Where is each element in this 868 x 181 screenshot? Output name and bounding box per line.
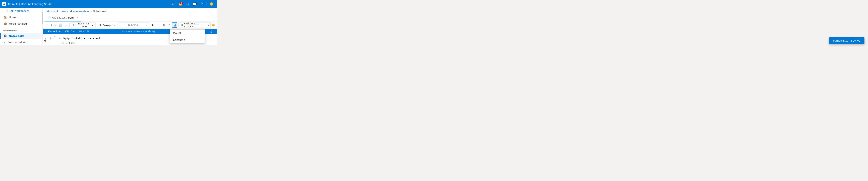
tabs-bar: 📄 *adlsg2test.ipynb ✕ [43,14,217,22]
user-button[interactable]: 😊 [208,1,215,7]
sidebar-item-label-notebooks: Notebooks [9,34,24,37]
notebook-tab[interactable]: 📄 *adlsg2test.ipynb ✕ [45,14,81,22]
stop-kernel-button[interactable]: ⏹ [150,23,155,28]
app-logo: Azure AI | Machine Learning Studio [2,2,52,6]
kernel-selector[interactable]: Python 3.10 - SDK v2 ▾ [180,22,211,28]
compute-section: Compute: - Running ▾ [100,22,149,28]
kernel-dropdown-menu: Mount › Consume › [169,29,205,43]
cell-run-down: ▾ [55,36,56,38]
notebooks-icon: 📓 [4,34,7,37]
mount-arrow-icon: › [201,32,202,34]
hamburger-button[interactable]: ☰ [45,22,50,28]
share-button[interactable]: ⤴ [166,23,172,28]
tab-label: *adlsg2test.ipynb [52,16,74,19]
cell-duration: 3 sec [68,42,75,44]
back-arrow-icon: ← [7,9,9,12]
more-options-button[interactable]: ··· [64,22,68,28]
files-panel: Files [43,34,48,45]
ram-status: RAM 1% [79,30,89,33]
run-all-icon: ▷▷ [52,24,56,27]
help-button[interactable]: ? [199,1,205,7]
sidebar-toggle-button[interactable]: ☰ [2,9,6,15]
tab-icon: 📄 [48,16,51,19]
app-title: Azure AI | Machine Learning Studio [7,3,52,5]
settings-button[interactable]: ⚙ [184,1,191,7]
azure-icon [2,2,6,6]
tab-close-button[interactable]: ✕ [76,16,79,20]
consume-label: Consume [173,38,185,41]
user-avatar-button[interactable]: 😊 [211,23,215,28]
mount-label: Mount [173,32,181,34]
breadcrumb-notebooks: Notebooks [93,10,106,13]
consume-arrow-icon: › [201,39,202,41]
notebook-toolbar: ☰ ▷▷ ⬜ ··· ⬡ Edit in VS Code ▾ Compute: [43,22,217,29]
history-button[interactable]: ⏱ [170,1,177,7]
add-cell-button[interactable]: + [155,23,161,28]
kernel-label: Python 3.10 - SDK v2 [184,22,206,28]
cell-run-down-arrow[interactable]: ▾ [55,36,56,38]
vscode-icon: ⬡ [73,24,75,27]
compute-status-text: Running [128,24,138,26]
authoring-section-label: Authoring [0,27,43,33]
main-layout: ☰ ← All workspaces 🏠 Home 📦 Model catalo… [0,8,217,45]
back-label: All workspaces [10,9,30,12]
model-catalog-icon: 📦 [4,22,7,25]
toolbar-divider-1 [69,23,70,27]
cpu-status: CPU 0% [65,30,74,33]
stop-button[interactable]: ⬜ [57,22,63,28]
compute-status-dot [100,24,101,26]
sidebar: ☰ ← All workspaces 🏠 Home 📦 Model catalo… [0,8,43,45]
toolbar-right-icons: ⏹ + ⧉ ⤴ 📊 [150,23,177,28]
topbar-icons: ⏱ 🔔 3 ⚙ 💬 ? 😊 [170,1,215,7]
cell-output: Requirement already satisfied: azure-ai-… [61,45,217,45]
status-left: · Kernel idle CPU 0% RAM 1% [46,30,89,33]
kernel-dropdown-arrow: ▾ [208,24,209,27]
breadcrumb-sep-2: › [91,10,92,13]
sidebar-item-home[interactable]: 🏠 Home [0,14,43,21]
run-all-button[interactable]: ▷▷ [50,22,57,28]
breadcrumb-workspace[interactable]: amlworkspacemidesa [62,10,89,13]
compute-dropdown[interactable]: - Running ▾ [118,22,149,28]
cell-action-delete[interactable]: 🗑 [209,29,214,34]
toolbar-divider-3 [178,23,179,27]
automated-ml-icon: ⚡ [4,41,5,44]
sidebar-item-label-automated-ml: Automated ML [7,41,26,44]
checkmark-icon: ✓ [66,42,68,44]
sidebar-back-button[interactable]: ← All workspaces [0,8,43,13]
data-button[interactable]: 📊 [172,23,177,28]
sidebar-nav: 🏠 Home 📦 Model catalog Authoring 📓 Noteb… [0,14,43,45]
edit-vscode-button[interactable]: ⬡ Edit in VS Code ▾ [71,22,96,28]
compute-label: Compute: [102,24,116,27]
stop-square-icon: ⬜ [59,24,62,27]
sidebar-item-label-home: Home [9,16,17,19]
kernel-status-text: · Kernel idle [46,30,61,33]
sidebar-item-label-model-catalog: Model catalog [9,22,27,25]
hamburger-icon: ☰ [46,24,49,27]
clone-button[interactable]: ⧉ [161,23,166,28]
cell-code: %pip install azure-ai-ml [64,37,101,40]
feedback-button[interactable]: 💬 [191,1,198,7]
sidebar-scrollbar [42,8,43,45]
cell-success-indicator: ✓ 3 sec [65,41,75,44]
sidebar-item-automated-ml[interactable]: ⚡ Automated ML [0,39,43,45]
top-bar: Azure AI | Machine Learning Studio ⏱ 🔔 3… [0,0,217,8]
breadcrumb-sep-1: › [59,10,60,13]
notification-badge: 3 [180,2,183,4]
files-label[interactable]: Files [43,36,48,44]
sidebar-item-notebooks[interactable]: 📓 Notebooks [0,33,43,39]
sidebar-item-model-catalog[interactable]: 📦 Model catalog [0,21,43,27]
topbar-divider [207,2,207,6]
notifications-button[interactable]: 🔔 3 [177,1,184,7]
cell-bracket: [1] [61,42,64,44]
kernel-status-dot [182,24,183,26]
cell-run-button[interactable]: ▷ [50,36,53,41]
breadcrumb-microsoft[interactable]: Microsoft [46,10,58,13]
more-icon: ··· [65,24,67,27]
edit-vscode-chevron: ▾ [92,24,93,27]
edit-vscode-label: Edit in VS Code [76,22,91,28]
content-area: Microsoft › amlworkspacemidesa › Noteboo… [43,8,217,45]
dropdown-item-mount[interactable]: Mount › [170,30,205,36]
dropdown-item-consume[interactable]: Consume › [170,36,205,43]
breadcrumb: Microsoft › amlworkspacemidesa › Noteboo… [43,8,217,14]
compute-dropdown-arrow: ▾ [146,24,147,26]
